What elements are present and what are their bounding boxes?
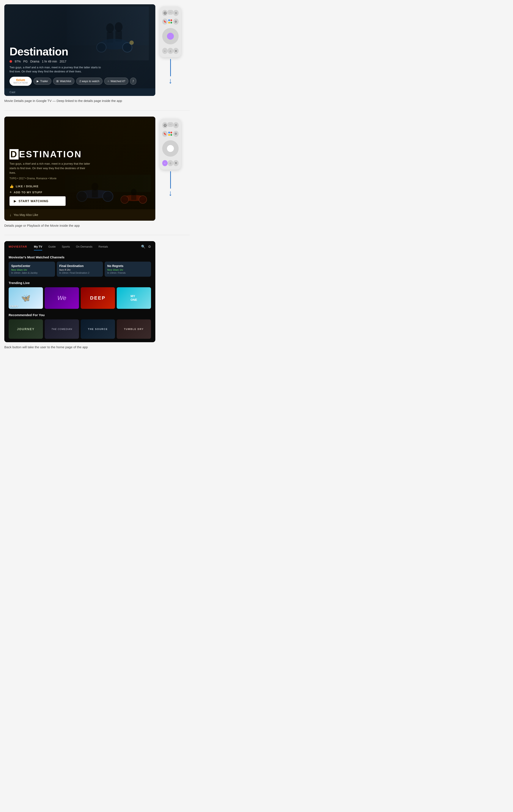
- bookmark-button-2[interactable]: 🔖: [162, 131, 168, 137]
- dpad-2[interactable]: [162, 140, 179, 157]
- google-dots-2: [168, 132, 172, 136]
- app-hero-content: DESTINATION Two guys, a thief and a rich…: [4, 145, 155, 209]
- back-button-2[interactable]: ←: [162, 160, 168, 166]
- tv-button-2[interactable]: ⊡: [173, 122, 179, 128]
- apps-button[interactable]: ⊞: [173, 48, 179, 54]
- like-label: LIKE / DISLIKE: [16, 185, 38, 188]
- back-button[interactable]: ←: [162, 48, 168, 54]
- nav-item-on-demands[interactable]: On Demands: [73, 243, 95, 250]
- share-button[interactable]: ⤴: [130, 78, 136, 85]
- recommended-title: Recommended For You: [9, 313, 151, 317]
- rec-card-journey[interactable]: JOURNEY: [9, 319, 43, 339]
- movie-title: Destination: [9, 45, 150, 58]
- channel-card-no-regrets[interactable]: No Regrets New 10am 1hr In 19min: Friend…: [105, 262, 151, 277]
- app-hero: DESTINATION Two guys, a thief and a rich…: [4, 117, 155, 209]
- add-label: ADD TO MY STUFF: [14, 191, 43, 194]
- remote-col-1: ⏻ ⋯ ⊡ 🔖 ⚙: [160, 4, 181, 85]
- settings-button-2[interactable]: ⚙: [173, 131, 179, 137]
- eye-icon: ○: [107, 80, 109, 83]
- google-dots: [168, 20, 172, 24]
- journey-visual: JOURNEY: [9, 319, 43, 339]
- remote2-mid-row: 🔖 ⚙: [162, 131, 179, 137]
- watched-it-button[interactable]: ○ Watched it?: [104, 78, 128, 85]
- source-visual: THE SOURCE: [81, 319, 115, 339]
- rec-card-comedian[interactable]: THE COMEDIAN: [45, 319, 79, 339]
- rating-score: 97%: [15, 60, 21, 63]
- nav-item-my-tv[interactable]: My TV: [31, 243, 45, 250]
- nav-sports-label: Sports: [62, 245, 70, 248]
- you-may-also-like-row[interactable]: ↓ You May Also Like: [4, 209, 155, 221]
- watchlist-button[interactable]: ⊞ Watchlist: [53, 78, 75, 85]
- dot-blue: [168, 20, 170, 21]
- channels-grid: SportsCenter New 10am 1hr In 19min: Jale…: [9, 262, 151, 277]
- comedian-visual: THE COMEDIAN: [45, 319, 79, 339]
- dot2-yellow: [168, 134, 170, 136]
- channel-badge-3: New 10am 1hr: [107, 268, 148, 271]
- title-letter-d: D: [9, 149, 19, 160]
- google-assistant-button[interactable]: [168, 19, 173, 25]
- deep-visual: DEEP: [81, 287, 115, 309]
- trending-card-we[interactable]: We: [45, 287, 79, 309]
- movie-meta: 97% PG Drama 1 hr 49 min 2017: [9, 60, 150, 63]
- home-button[interactable]: ⌂: [168, 48, 173, 54]
- dpad-ring-2: [162, 140, 179, 157]
- dpad-ring: [162, 28, 179, 45]
- section2-caption: Details page or Playback of the Movie in…: [0, 221, 194, 233]
- trending-card-my-one[interactable]: MYONE: [117, 287, 151, 309]
- tivium-watch-button[interactable]: tivium WATCH NOW: [9, 77, 32, 86]
- rec-card-tumble-dry[interactable]: TUMBLE DRY: [117, 319, 151, 339]
- nav-item-guide[interactable]: Guide: [46, 243, 58, 250]
- movie-hero-1: Destination 97% PG Drama 1 hr 49 min 201…: [4, 4, 155, 88]
- nav-item-rentals[interactable]: Rentals: [96, 243, 111, 250]
- dpad-center-button[interactable]: [167, 33, 174, 40]
- power-button-2[interactable]: ⏻: [162, 122, 168, 128]
- cast-section: Cast: [4, 88, 155, 96]
- settings-button[interactable]: ⚙: [173, 19, 179, 25]
- tumble-visual: TUMBLE DRY: [117, 319, 151, 339]
- channel-badge-1: New 10am 1hr: [11, 268, 52, 271]
- ways-to-watch-button[interactable]: 2 ways to watch: [76, 78, 103, 85]
- we-visual: We: [45, 287, 79, 309]
- add-to-stuff-button[interactable]: + ADD TO MY STUFF: [9, 190, 150, 195]
- trailer-button[interactable]: ▶ Trailer: [33, 78, 51, 85]
- rec-card-source[interactable]: THE SOURCE: [81, 319, 115, 339]
- search-icon[interactable]: 🔍: [141, 244, 145, 249]
- section3-wrapper: MOVIESTAR My TV Guide Sports On Demands …: [0, 237, 194, 342]
- bookmark-button[interactable]: 🔖: [162, 19, 168, 25]
- app-home-card: MOVIESTAR My TV Guide Sports On Demands …: [4, 241, 155, 342]
- remote-col-2: ⏻ ⋯ ⊡ 🔖 ⚙: [160, 117, 181, 198]
- dpad-center-button-2[interactable]: [167, 145, 174, 152]
- plus-icon: +: [9, 190, 12, 195]
- power-button[interactable]: ⏻: [162, 10, 168, 16]
- trending-card-fairy[interactable]: 🦋 FAIRY: [9, 287, 43, 309]
- menu-button[interactable]: ⋯: [168, 10, 173, 14]
- channel-name-1: SportsCenter: [11, 264, 52, 268]
- nav-icon-group: 🔍 ⚙: [141, 244, 151, 249]
- remote-2: ⏻ ⋯ ⊡ 🔖 ⚙: [160, 119, 181, 170]
- trending-card-deep[interactable]: DEEP: [81, 287, 115, 309]
- title-rest: ESTINATION: [19, 149, 82, 159]
- dot2-red: [170, 132, 172, 134]
- nav-item-sports[interactable]: Sports: [59, 243, 73, 250]
- settings-icon[interactable]: ⚙: [148, 244, 151, 249]
- remote-mid-row: 🔖 ⚙: [162, 19, 179, 25]
- butterfly-icon: 🦋: [21, 293, 31, 302]
- like-dislike-button[interactable]: 👍 LIKE / DISLIKE: [9, 184, 150, 188]
- apps-button-2[interactable]: ⊞: [173, 160, 179, 166]
- down-arrow-2: ↓: [168, 188, 172, 198]
- start-watching-button[interactable]: ▶ START WATCHING: [9, 196, 65, 206]
- start-watching-label: START WATCHING: [19, 199, 49, 203]
- channel-card-sportscenter[interactable]: SportsCenter New 10am 1hr In 19min: Jale…: [9, 262, 55, 277]
- app-movie-title: DESTINATION: [9, 149, 150, 160]
- nav-on-demands-label: On Demands: [76, 245, 92, 248]
- nav-my-tv-label: My TV: [34, 245, 42, 248]
- google-assistant-button-2[interactable]: [168, 131, 173, 137]
- dpad[interactable]: [162, 28, 179, 45]
- tv-button[interactable]: ⊡: [173, 10, 179, 16]
- menu-button-2[interactable]: ⋯: [168, 122, 173, 127]
- rating-dot: [9, 60, 12, 63]
- hero-content: Destination 97% PG Drama 1 hr 49 min 201…: [4, 41, 155, 88]
- my-one-text: MYONE: [131, 294, 137, 302]
- channel-card-final-destination[interactable]: Final Destination 9am R 2hr In 19min: Fi…: [57, 262, 103, 277]
- home-button-2[interactable]: ⌂: [168, 160, 173, 166]
